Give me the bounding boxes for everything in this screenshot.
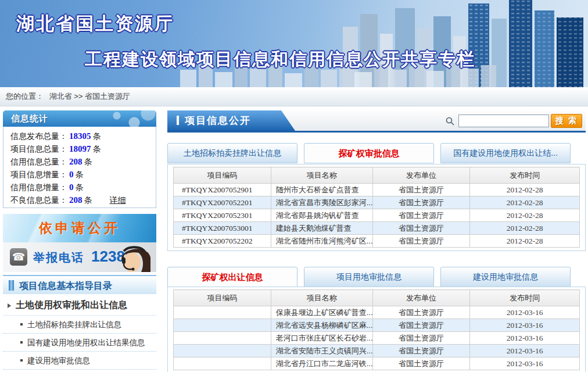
project-code-cell: #TKQYX2007052202: [174, 235, 271, 248]
project-code-cell: [174, 357, 271, 370]
stat-row: 信用信息增量：0条: [3, 181, 156, 194]
publish-date-cell: 2012-02-28: [470, 196, 580, 209]
square-bullet-icon: [20, 341, 23, 344]
project-name-cell[interactable]: 保康县堰边上矿区磷矿普查...: [271, 306, 372, 319]
col-header-publish-date: 发布时间: [470, 167, 580, 184]
stat-unit: 条: [84, 157, 92, 166]
guide-menu-title-label: 项目信息基本指导目录: [19, 281, 112, 291]
stat-unit: 条: [93, 131, 101, 141]
publish-date-cell: 2012-02-28: [470, 222, 580, 235]
publisher-cell: 省国土资源厅: [372, 319, 470, 332]
menu-item-label: 土地招标拍卖挂牌出让信息: [27, 320, 121, 329]
col-header-publish-date: 发布时间: [470, 290, 580, 306]
hotline-label: 举报电话: [33, 250, 84, 266]
tab-prospecting-right-approval-info[interactable]: 探矿权审批信息: [304, 143, 434, 163]
project-name-cell[interactable]: 湖北省随州市淮河熊湾矿区...: [271, 235, 372, 248]
project-name-cell[interactable]: 湖北省郧县姚沟钒矿普查: [271, 209, 372, 222]
publisher-cell: 省国土资源厅: [372, 357, 470, 370]
arrow-right-icon: [8, 303, 11, 308]
tab-project-land-approval-info[interactable]: 项目用地审批信息: [304, 267, 434, 287]
publish-date-cell: 2012-03-16: [470, 306, 580, 319]
publisher-cell: 省国土资源厅: [372, 306, 470, 319]
project-code-cell: [174, 306, 271, 319]
publisher-cell: 省国土资源厅: [372, 184, 470, 196]
table-row: 保康县堰边上矿区磷矿普查... 省国土资源厅 2012-03-16: [174, 306, 580, 319]
stat-label: 信息发布总量：: [10, 131, 67, 141]
title-marker-icon: [177, 116, 179, 125]
table-panel-2: 项目编码 项目名称 发布单位 发布时间 保康县堰边上矿区磷矿普查... 省国土资…: [167, 287, 586, 372]
tab-group-1: 土地招标拍卖挂牌出让信息 探矿权审批信息 国有建设用地使用权出让结...: [167, 142, 586, 163]
tab-prospecting-right-grant-info[interactable]: 探矿权出让信息: [167, 267, 297, 287]
menu-group-label: 土地使用权审批和出让信息: [16, 300, 127, 310]
guide-menu: 项目信息基本指导目录 土地使用权审批和出让信息 土地招标拍卖挂牌出让信息 国有建…: [3, 275, 156, 372]
project-name-cell[interactable]: 随州市大石桥金矿点普查: [271, 184, 372, 196]
tab-group-2: 探矿权出让信息 项目用地审批信息 建设用地审批信息: [167, 266, 586, 287]
section-header: 项目信息公开 搜 索: [167, 110, 586, 133]
phone-icon: ☎: [10, 248, 27, 266]
stat-unit: 条: [76, 170, 84, 179]
square-bullet-icon: [20, 359, 23, 362]
guide-menu-title: 项目信息基本指导目录: [3, 275, 156, 294]
table-row: #TKQYX2007052301 湖北省郧县姚沟钒矿普查 省国土资源厅 2012…: [174, 209, 580, 222]
publish-date-cell: 2012-03-16: [470, 332, 580, 345]
menu-item[interactable]: 土地招标拍卖挂牌出让信息: [3, 316, 156, 334]
menu-item-label: 建设用地审批信息: [27, 356, 90, 365]
project-name-cell[interactable]: 湖北省宜昌市夷陵区彭家河...: [271, 196, 372, 209]
search-area: 搜 索: [445, 114, 582, 128]
table-header-row: 项目编码 项目名称 发布单位 发布时间: [174, 167, 580, 184]
table-row: #TKQYX2007052201 湖北省宜昌市夷陵区彭家河... 省国土资源厅 …: [174, 196, 580, 209]
apply-disclosure-label: 依申请公开: [39, 219, 120, 237]
project-code-cell: #TKQYX2007052301: [174, 209, 271, 222]
section-title-tab: 项目信息公开: [167, 110, 295, 131]
stat-value: 18097: [69, 144, 91, 153]
table-row: 老河口市张庄矿区长石砂岩... 省国土资源厅 2012-03-16: [174, 332, 580, 345]
menu-item-label: 国有建设用地使用权出让结果信息: [27, 338, 145, 347]
table-row: #TKQYX2007052202 湖北省随州市淮河熊湾矿区... 省国土资源厅 …: [174, 235, 580, 248]
publish-date-cell: 2012-02-28: [470, 184, 580, 196]
publisher-cell: 省国土资源厅: [372, 332, 470, 345]
project-code-cell: [174, 345, 271, 357]
col-header-publisher: 发布单位: [372, 167, 470, 184]
stat-label: 项目信息总量：: [10, 144, 67, 153]
publish-date-cell: 2012-03-16: [470, 345, 580, 357]
col-header-project-code: 项目编码: [174, 290, 271, 306]
project-name-cell[interactable]: 湖北省远安县杨柳磷矿区麻...: [271, 319, 372, 332]
search-button[interactable]: 搜 索: [551, 114, 582, 128]
search-input[interactable]: [458, 115, 549, 127]
stats-panel: 信息统计 信息发布总量：18305条 项目信息总量：18097条 信用信息总量：…: [3, 110, 156, 208]
square-bullet-icon: [20, 323, 23, 326]
stat-unit: 条: [93, 144, 101, 153]
tab-state-owned-land-grant-result-info[interactable]: 国有建设用地使用权出让结...: [440, 143, 571, 163]
project-code-cell: #TKQYX2007052201: [174, 196, 271, 209]
project-code-cell: [174, 319, 271, 332]
publish-date-cell: 2012-03-16: [470, 319, 580, 332]
stat-row: 信息发布总量：18305条: [3, 130, 156, 142]
stat-value: 208: [69, 195, 83, 205]
project-name-cell[interactable]: 湖北省丹江口市二龙庙河铁...: [271, 357, 372, 370]
breadcrumb-path[interactable]: 湖北省 >> 省国土资源厅: [49, 92, 130, 101]
stat-value: 0: [69, 183, 74, 192]
publisher-cell: 省国土资源厅: [372, 222, 470, 235]
stats-list: 信息发布总量：18305条 项目信息总量：18097条 信用信息总量：208条 …: [3, 127, 156, 208]
table-row: #TKQYX2007053001 建始县天鹅池煤矿普查 省国土资源厅 2012-…: [174, 222, 580, 235]
project-name-cell[interactable]: 建始县天鹅池煤矿普查: [271, 222, 372, 235]
tab-construction-land-approval-info[interactable]: 建设用地审批信息: [440, 267, 571, 287]
project-name-cell[interactable]: 老河口市张庄矿区长石砂岩...: [271, 332, 372, 345]
search-icon[interactable]: [445, 116, 455, 126]
menu-item[interactable]: 建设用地审批信息: [3, 352, 156, 370]
stat-detail-link[interactable]: 详细: [110, 195, 126, 205]
menu-group-land-use-rights[interactable]: 土地使用权审批和出让信息: [3, 294, 156, 316]
col-header-project-name: 项目名称: [271, 290, 372, 306]
publish-date-cell: 2012-03-16: [470, 357, 580, 370]
tab-land-bid-auction-listing-info[interactable]: 土地招标拍卖挂牌出让信息: [167, 143, 297, 163]
menu-item[interactable]: 国有建设用地使用权出让结果信息: [3, 334, 156, 352]
apply-disclosure-banner[interactable]: 依申请公开: [3, 214, 156, 242]
site-subtitle: 工程建设领域项目信息和信用信息公开共享专栏: [85, 48, 475, 71]
project-name-cell[interactable]: 湖北省安陆市王义贞镇同兴...: [271, 345, 372, 357]
stat-value: 18305: [69, 131, 91, 141]
table-panel-1: 项目编码 项目名称 发布单位 发布时间 #TKQYX2007052901 随州市…: [167, 164, 586, 251]
project-code-cell: #TKQYX2007053001: [174, 222, 271, 235]
stat-label: 不良信息总量：: [10, 195, 67, 205]
stat-row: 信用信息总量：208条: [3, 155, 156, 168]
section-marker-icon: [9, 280, 14, 291]
